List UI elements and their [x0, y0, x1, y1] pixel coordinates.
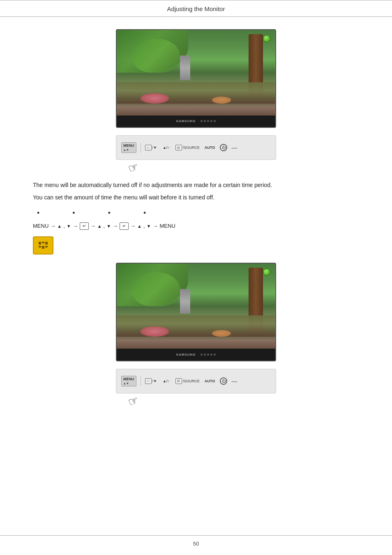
ctrl-source-icon-bottom: ⊟ — [175, 378, 182, 384]
menu-down-3: ▼ — [147, 224, 151, 229]
menu-down-1: ▼ — [67, 224, 71, 229]
monitor-bottom-bar-bottom: SAMSUNG — [117, 349, 275, 360]
monitor-display-top: SAMSUNG — [116, 29, 276, 128]
ctrl-sep-2 — [141, 376, 141, 386]
bullet-2: • — [72, 209, 75, 217]
control-bar-top-wrapper: MENU▲▼ □ /▼ ▲/○ ⊟ /SOURCE AUTO ⏻ — ☞ — [33, 135, 359, 160]
control-bar-bottom: MENU▲▼ □ /▼ ▲/○ ⊟ /SOURCE AUTO ⏻ — — [116, 369, 276, 393]
note-line-1 — [39, 242, 48, 245]
monitor-image-top: SAMSUNG — [33, 29, 359, 128]
note-bar-3 — [45, 242, 48, 245]
para2: You can set the amount of time the menu … — [33, 193, 359, 202]
menu-arrow-1: → — [50, 223, 55, 229]
monitor-dots-top — [201, 120, 216, 122]
menu-comma-3: , — [143, 223, 145, 229]
ctrl-menu-label-bottom: MENU▲▼ — [121, 376, 136, 386]
ctrl-source-icon-top: ⊟ — [175, 145, 182, 150]
page-title: Adjusting the Monitor — [167, 5, 225, 12]
samsung-label-top: SAMSUNG — [176, 119, 196, 123]
ctrl-power-top: ⏻ — [220, 144, 227, 151]
monitor-screen-top — [117, 30, 275, 116]
note-icon-lines — [39, 242, 48, 249]
menu-enter-icon-2: ↵ — [120, 222, 129, 230]
ctrl-sep-1 — [141, 143, 141, 153]
content-area: SAMSUNG MENU▲▼ □ /▼ ▲/○ — [0, 29, 392, 393]
ctrl-auto-top: AUTO — [205, 146, 215, 150]
monitor-screen-bottom — [117, 264, 275, 349]
menu-path: MENU → ▲ , ▼ → ↵ → ▲ , ▼ → ↵ → ▲ , ▼ → M… — [33, 222, 359, 230]
menu-path-menu-start: MENU — [33, 223, 48, 229]
bullet-3: • — [108, 209, 111, 217]
monitor-bottom-bar-top: SAMSUNG — [117, 116, 275, 127]
menu-arrow-6: → — [153, 223, 158, 229]
ctrl-btn3-bottom: ⊟ /SOURCE — [175, 378, 200, 384]
menu-comma-2: , — [104, 223, 105, 229]
note-icon — [33, 236, 53, 254]
page-footer: 50 — [0, 535, 392, 547]
ctrl-menu-label-top: MENU▲▼ — [121, 142, 136, 153]
note-bar-4 — [39, 246, 41, 247]
ctrl-power-bottom: ⏻ — [220, 377, 227, 385]
menu-enter-icon-1: ↵ — [80, 222, 89, 230]
ctrl-btn2-bottom: ▲/○ — [163, 379, 170, 383]
monitor-image-bottom: SAMSUNG — [33, 263, 359, 361]
menu-up-2: ▲ — [97, 224, 102, 229]
ctrl-btn1-bottom: □ /▼ — [145, 378, 157, 384]
menu-arrow-5: → — [130, 223, 136, 229]
page-number: 50 — [193, 541, 199, 547]
monitor-display-bottom: SAMSUNG — [116, 263, 276, 361]
bullet-1: • — [37, 209, 39, 217]
ctrl-auto-bottom: AUTO — [205, 379, 215, 383]
hand-pointer-top: ☞ — [126, 160, 141, 176]
ctrl-icon-box-bottom: □ — [145, 378, 152, 384]
monitor-green-indicator-top — [263, 35, 270, 42]
bullet-row: • • • • — [33, 209, 359, 217]
note-bar-2 — [42, 242, 44, 243]
menu-arrow-2: → — [73, 223, 78, 229]
ctrl-minus-top: — — [231, 144, 237, 151]
bullet-4: • — [143, 209, 146, 217]
menu-up-3: ▲ — [137, 224, 142, 229]
menu-down-2: ▼ — [106, 224, 111, 229]
note-line-2 — [39, 246, 48, 249]
ctrl-btn3-top: ⊟ /SOURCE — [175, 145, 200, 150]
menu-arrow-4: → — [113, 223, 118, 229]
note-bar-1 — [39, 242, 41, 245]
menu-path-menu-end: MENU — [160, 223, 175, 229]
note-icon-wrapper — [33, 236, 359, 254]
note-bar-5 — [42, 246, 44, 249]
text-section: The menu will be automatically turned of… — [33, 180, 359, 202]
ctrl-minus-bottom: — — [231, 378, 237, 384]
monitor-dots-bottom — [201, 354, 216, 356]
para1: The menu will be automatically turned of… — [33, 180, 359, 190]
ctrl-btn1-top: □ /▼ — [145, 145, 157, 150]
control-bar-bottom-wrapper: MENU▲▼ □ /▼ ▲/○ ⊟ /SOURCE AUTO ⏻ — ☞ — [33, 369, 359, 393]
menu-comma-1: , — [63, 223, 65, 229]
menu-up-1: ▲ — [57, 224, 62, 229]
hand-pointer-bottom: ☞ — [126, 393, 141, 409]
ctrl-btn2-top: ▲/○ — [163, 146, 170, 150]
menu-arrow-3: → — [90, 223, 96, 229]
control-bar-top: MENU▲▼ □ /▼ ▲/○ ⊟ /SOURCE AUTO ⏻ — — [116, 135, 276, 160]
samsung-label-bottom: SAMSUNG — [176, 353, 196, 356]
note-bar-6 — [45, 246, 48, 247]
ctrl-icon-box-top: □ — [145, 145, 152, 150]
monitor-green-indicator-bottom — [263, 268, 270, 276]
page-header: Adjusting the Monitor — [0, 0, 392, 17]
